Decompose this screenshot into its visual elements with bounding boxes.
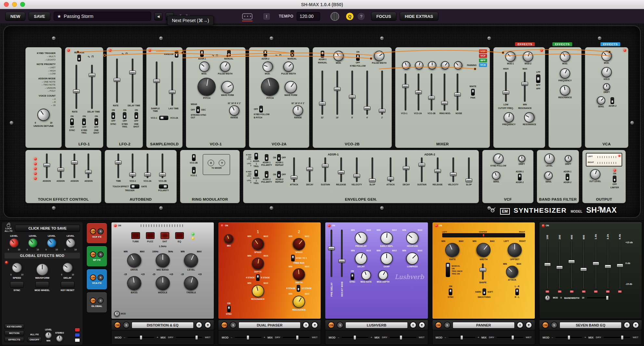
vco2a-pitch-knob[interactable] <box>259 76 281 98</box>
pan-knob-vco2b[interactable] <box>428 61 436 70</box>
vco2a-manual-switch[interactable] <box>290 50 294 57</box>
option-low[interactable]: LOW <box>28 72 59 75</box>
vcf-drift-knob[interactable] <box>518 155 525 162</box>
touch-assign-slider-1[interactable] <box>43 153 50 179</box>
sample-time-slider[interactable] <box>153 61 160 106</box>
distortion-collapse-button[interactable]: ▼ <box>204 322 211 328</box>
vcf-resonance-knob[interactable] <box>522 110 537 125</box>
eq-button[interactable] <box>175 232 184 239</box>
lfo2-one-shot-switch[interactable] <box>135 112 138 119</box>
random-switch[interactable] <box>175 51 178 58</box>
vca-fx-solo-button[interactable]: S <box>97 274 104 281</box>
mid-band-knob[interactable] <box>156 253 170 268</box>
prev-preset-button[interactable]: ◀ <box>154 12 162 20</box>
autobend-vco2b-slider[interactable] <box>159 153 166 179</box>
eq-3k2-slider[interactable] <box>604 240 612 289</box>
limiter-switch[interactable] <box>613 176 616 182</box>
smoothing-switch[interactable] <box>483 288 486 295</box>
vco2b-kybd-follow-switch[interactable] <box>356 54 360 61</box>
phaser-mix-slider[interactable] <box>283 335 310 340</box>
phaser-solo-button[interactable]: S <box>230 322 237 328</box>
vca-mod-knob[interactable] <box>599 48 614 63</box>
phaser2-speed-knob[interactable] <box>290 235 308 253</box>
minimize-window-button[interactable] <box>12 2 17 7</box>
fuzz-button[interactable] <box>146 232 155 239</box>
color-swatch-blue[interactable] <box>75 333 80 337</box>
vco1-mod-source-switch[interactable] <box>200 50 204 57</box>
phaser1-stage-switch[interactable] <box>256 274 260 281</box>
adsr2-release-slider[interactable] <box>434 157 441 183</box>
autobend-time-slider[interactable] <box>115 153 122 179</box>
vco1-wave-form-knob[interactable] <box>219 79 236 96</box>
all-fx-onoff-button[interactable]: ON/OFF <box>27 337 42 342</box>
bp-fx-on-button[interactable]: ON <box>90 251 96 258</box>
hide-extras-button[interactable]: HIDE EXTRAS <box>400 12 438 21</box>
vcf-adsr-select-switch[interactable] <box>518 174 522 180</box>
vca-hold-knob[interactable] <box>600 65 613 79</box>
eq-6k4-slider[interactable] <box>616 240 624 289</box>
mixer-vco2a-slider[interactable] <box>415 73 422 111</box>
phaser-collapse-button[interactable]: ▼ <box>311 322 318 328</box>
adsr2-sustain-slider[interactable] <box>418 157 425 183</box>
pan-knob-ringmod[interactable] <box>439 60 451 72</box>
middle-knob[interactable] <box>156 276 170 290</box>
distortion-solo-button[interactable]: S <box>123 322 130 328</box>
filter-type-switch[interactable] <box>536 74 540 83</box>
global-fx-on-button[interactable]: ON <box>90 298 96 304</box>
out-level-knob[interactable] <box>588 167 602 181</box>
adsr1-trig-switch[interactable] <box>254 153 258 160</box>
pan-mode-switch[interactable] <box>446 263 450 277</box>
lag-time-slider[interactable] <box>169 61 176 106</box>
effects-button[interactable]: EFFECTS <box>5 337 24 342</box>
vcf-mod2-knob[interactable] <box>521 50 535 63</box>
autobend-trigger-switch[interactable] <box>130 184 139 189</box>
touch-assign-slider-4[interactable] <box>85 153 92 179</box>
vcf-fx-solo-button[interactable]: S <box>97 228 104 234</box>
lfo1-delay-time-slider[interactable] <box>88 64 96 110</box>
lushverb-mix-slider[interactable] <box>390 335 417 340</box>
eq-100-enable-button[interactable] <box>545 290 549 293</box>
bp-fx-level-knob[interactable] <box>26 236 40 250</box>
eq-100-slider[interactable] <box>544 240 551 289</box>
phaser2-resonance-knob[interactable] <box>290 293 307 310</box>
vco1-manual-switch[interactable] <box>227 50 231 57</box>
color-swatch-white[interactable] <box>75 338 80 342</box>
option-two-note[interactable]: TWO NOTE <box>28 83 59 86</box>
phaser2-stage-switch[interactable] <box>297 285 300 292</box>
eq-mod-mini-knob[interactable] <box>545 295 550 301</box>
adsr2-trig-switch[interactable] <box>254 170 258 177</box>
eq-200-enable-button[interactable] <box>558 290 562 293</box>
adsr2-decay-slider[interactable] <box>403 157 410 183</box>
lfo1-sync-switch[interactable] <box>70 118 74 125</box>
vco1-mod-knob[interactable] <box>197 59 212 74</box>
adsr1-velocity-slider[interactable] <box>353 157 360 183</box>
early-refl-knob[interactable] <box>380 231 393 245</box>
phaser1-resonance-knob[interactable] <box>250 284 265 299</box>
phaser-sync-switch[interactable] <box>227 305 231 312</box>
adsr2-repeat-switch[interactable] <box>277 171 281 178</box>
favorite-star-icon[interactable]: ★ <box>57 14 61 19</box>
vco2b-32-slider[interactable] <box>319 70 326 115</box>
pan-shape-slider[interactable] <box>479 263 486 280</box>
vco1-sync-switch[interactable] <box>196 106 200 113</box>
vca-fx-on-button[interactable]: ON <box>90 274 96 281</box>
ring-input-y-switch[interactable] <box>192 167 196 174</box>
eq-mod-slider[interactable] <box>555 335 582 340</box>
adsr1-slop-slider[interactable] <box>369 157 376 183</box>
vco2b-8-slider[interactable] <box>349 70 356 115</box>
adsr1-release-slider[interactable] <box>338 157 345 183</box>
option-4-voices[interactable]: 4 <box>28 98 59 101</box>
sh-source-switch[interactable] <box>159 116 168 120</box>
zoom-window-button[interactable] <box>20 2 25 7</box>
vco2b-mod-source-switch[interactable] <box>321 51 324 58</box>
vcf-fx-level-knob[interactable] <box>7 236 21 250</box>
drive-knob[interactable] <box>124 251 144 270</box>
lushverb-sync-switch[interactable] <box>351 273 354 280</box>
tube-button[interactable] <box>131 232 140 239</box>
q-button[interactable]: Q <box>346 12 354 20</box>
adsr1-repeat-switch[interactable] <box>277 154 281 161</box>
lushverb-close-button[interactable]: × <box>410 322 417 328</box>
distortion-mix-slider[interactable] <box>176 335 203 340</box>
predelay-knob[interactable] <box>353 230 369 246</box>
bpf-adsr-select-switch[interactable] <box>566 174 569 180</box>
